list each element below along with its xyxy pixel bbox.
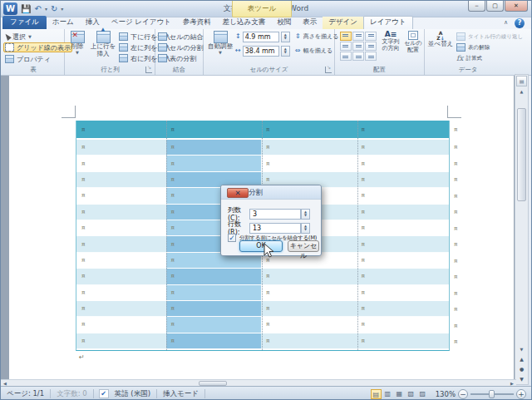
table-cell[interactable]: ¤ xyxy=(356,156,449,170)
table-cell[interactable]: ¤ xyxy=(356,301,449,316)
select-button[interactable]: 選択▼ xyxy=(5,32,32,42)
vertical-scrollbar[interactable]: ▤ ▲ ▼ ▲ ● ▼ xyxy=(515,74,529,385)
header-cell[interactable]: ¤ xyxy=(76,121,166,138)
table-cell[interactable]: ¤ xyxy=(356,317,449,332)
table-cell[interactable]: ¤ xyxy=(261,333,356,348)
columns-count-input[interactable] xyxy=(249,209,301,220)
table-cell[interactable]: ¤ xyxy=(261,317,356,332)
column-width-spinner[interactable]: ▲▼ xyxy=(281,46,290,57)
minimize-button[interactable]: ‒ xyxy=(468,1,485,12)
align-top-center-button[interactable] xyxy=(352,32,364,41)
properties-button[interactable]: プロパティ xyxy=(5,54,51,64)
table-row[interactable]: ¤¤¤¤ xyxy=(76,285,449,301)
distribute-rows-button[interactable]: ⇕ 高さを揃える xyxy=(295,32,338,42)
table-cell[interactable]: ¤ xyxy=(261,301,356,316)
delete-button[interactable]: 削除▼ xyxy=(67,31,87,55)
cell-size-dialog-launcher-icon[interactable] xyxy=(325,67,332,73)
table-cell[interactable]: ¤ xyxy=(76,301,166,316)
align-bottom-center-button[interactable] xyxy=(352,52,364,61)
convert-to-text-button[interactable]: 表の解除 xyxy=(456,42,490,52)
table-row[interactable]: ¤¤¤¤ xyxy=(76,269,449,284)
scroll-up-icon[interactable]: ▲ xyxy=(516,87,527,96)
rows-columns-dialog-launcher-icon[interactable] xyxy=(145,67,152,73)
split-cells-button[interactable]: セルの分割 xyxy=(158,42,204,52)
header-cell[interactable]: ¤ xyxy=(261,121,356,138)
header-cell[interactable]: ¤ xyxy=(356,121,449,138)
table-cell[interactable]: ¤ xyxy=(356,205,449,220)
table-cell[interactable]: ¤ xyxy=(76,188,166,203)
autofit-button[interactable]: 自動調整▼ xyxy=(207,31,234,55)
tab-review[interactable]: 校閲 xyxy=(271,17,297,29)
table-cell[interactable]: ¤ xyxy=(261,269,356,284)
help-icon[interactable]: ? xyxy=(515,18,525,28)
dialog-titlebar[interactable]: セルの分割 ? ✕ xyxy=(221,185,321,200)
zoom-level[interactable]: 130% xyxy=(436,390,456,398)
align-bottom-right-button[interactable] xyxy=(365,52,377,61)
vertical-scroll-thumb[interactable] xyxy=(517,108,526,201)
align-middle-right-button[interactable] xyxy=(365,42,377,51)
distribute-columns-button[interactable]: ⇔ 幅を揃える xyxy=(295,46,332,56)
table-row[interactable]: ¤¤¤¤ xyxy=(76,333,449,349)
table-cell[interactable]: ¤ xyxy=(356,236,449,251)
table-cell[interactable]: ¤ xyxy=(76,140,166,155)
zoom-out-button[interactable]: − xyxy=(458,389,468,399)
tab-page-layout[interactable]: ページ レイアウト xyxy=(106,17,177,29)
tab-design[interactable]: デザイン xyxy=(323,17,363,29)
tab-layout[interactable]: レイアウト xyxy=(363,16,413,29)
tab-home[interactable]: ホーム xyxy=(47,17,80,29)
header-cell[interactable]: ¤ xyxy=(166,121,261,138)
tab-mailings[interactable]: 差し込み文書 xyxy=(217,17,271,29)
table-cell[interactable]: ¤ xyxy=(356,269,449,284)
cell-margins-button[interactable]: セルの配置 xyxy=(403,31,423,53)
ok-button[interactable]: OK xyxy=(239,240,283,252)
table-cell[interactable]: ¤ xyxy=(76,269,166,284)
row-height-input[interactable] xyxy=(243,32,279,42)
table-cell-selected[interactable]: ¤ xyxy=(166,317,261,332)
rows-count-spinner[interactable]: ▲▼ xyxy=(301,223,310,234)
sort-button[interactable]: AZ↓ 並べ替え xyxy=(426,31,455,48)
table-cell[interactable]: ¤ xyxy=(76,220,166,235)
word-table-header[interactable]: ¤¤¤¤ xyxy=(76,121,449,140)
table-cell[interactable]: ¤ xyxy=(76,172,166,187)
table-cell[interactable]: ¤ xyxy=(261,140,356,155)
table-cell[interactable]: ¤ xyxy=(356,253,449,268)
table-cell[interactable]: ¤ xyxy=(76,156,166,170)
view-gridlines-toggle[interactable]: グリッド線の表示 xyxy=(3,42,72,52)
table-cell[interactable]: ¤ xyxy=(76,317,166,332)
horizontal-scrollbar[interactable]: ◀ ▶ xyxy=(1,379,516,386)
fullscreen-view-button[interactable]: ▥ xyxy=(382,389,393,399)
zoom-slider[interactable] xyxy=(470,393,514,395)
table-cell[interactable]: ¤ xyxy=(356,333,449,348)
previous-page-button[interactable]: ▲ xyxy=(516,354,527,363)
table-cell[interactable]: ¤ xyxy=(76,285,166,300)
language-indicator[interactable]: 英語 (米国) xyxy=(109,389,156,399)
print-layout-view-button[interactable]: ▤ xyxy=(371,389,382,399)
dialog-close-icon[interactable]: ✕ xyxy=(227,188,249,198)
table-cell-selected[interactable]: ¤ xyxy=(166,156,261,170)
table-cell-selected[interactable]: ¤ xyxy=(166,301,261,316)
word-count[interactable]: 文字数: 0 xyxy=(51,389,92,399)
row-height-spinner[interactable]: ▲▼ xyxy=(281,32,290,42)
align-middle-left-button[interactable] xyxy=(340,42,352,51)
table-cell-selected[interactable]: ¤ xyxy=(166,333,261,348)
next-page-button[interactable]: ▼ xyxy=(516,374,527,383)
page-indicator[interactable]: ページ: 1/1 xyxy=(1,389,50,399)
outline-view-button[interactable]: ▧ xyxy=(406,389,416,399)
column-width-input[interactable] xyxy=(243,46,279,57)
zoom-slider-thumb[interactable] xyxy=(489,390,495,398)
minimize-ribbon-icon[interactable]: ∧ xyxy=(504,19,508,26)
table-cell[interactable]: ¤ xyxy=(356,285,449,300)
table-cell-selected[interactable]: ¤ xyxy=(166,269,261,284)
tab-file[interactable]: ファイル xyxy=(2,16,47,29)
table-cell[interactable]: ¤ xyxy=(356,220,449,235)
spellcheck-icon[interactable]: ✔ xyxy=(99,389,109,398)
text-direction-button[interactable]: A≡ 文字列の方向 xyxy=(380,31,401,52)
align-middle-center-button[interactable] xyxy=(352,42,364,51)
table-cell[interactable]: ¤ xyxy=(261,285,356,300)
tab-view[interactable]: 表示 xyxy=(297,17,323,29)
ruler-toggle-button[interactable]: ▤ xyxy=(516,76,527,86)
table-cell-selected[interactable]: ¤ xyxy=(166,140,261,155)
scroll-down-icon[interactable]: ▼ xyxy=(516,345,527,354)
web-layout-view-button[interactable]: ▦ xyxy=(394,389,405,399)
zoom-in-button[interactable]: + xyxy=(516,389,526,399)
